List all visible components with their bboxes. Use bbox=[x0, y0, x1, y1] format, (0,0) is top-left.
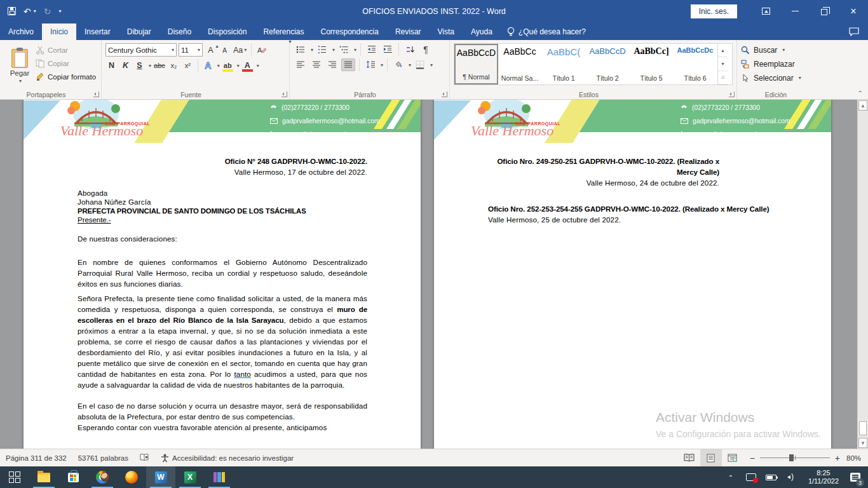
taskbar-firefox[interactable] bbox=[117, 466, 146, 488]
save-icon[interactable] bbox=[8, 7, 16, 15]
print-layout-button[interactable] bbox=[700, 449, 722, 466]
ribbon-display-options-button[interactable] bbox=[751, 0, 780, 22]
find-button[interactable]: Buscar▾ bbox=[741, 44, 811, 56]
sort-button[interactable] bbox=[403, 43, 417, 56]
decrease-indent-button[interactable] bbox=[365, 43, 379, 56]
bullets-button[interactable] bbox=[294, 43, 308, 56]
align-left-button[interactable] bbox=[294, 58, 308, 71]
customize-qat-icon[interactable]: ▾ bbox=[58, 8, 61, 14]
taskbar-chrome[interactable] bbox=[88, 466, 117, 488]
align-center-button[interactable] bbox=[309, 58, 323, 71]
text-effects-button[interactable]: A bbox=[202, 59, 214, 72]
align-right-button[interactable] bbox=[325, 58, 339, 71]
paste-button[interactable]: Pegar ▾ bbox=[4, 43, 36, 88]
tab-insertar[interactable]: Insertar bbox=[76, 24, 119, 40]
addressee-block[interactable]: Abogada Johana Núñez García PREFECTA PRO… bbox=[78, 189, 367, 224]
zoom-slider-thumb[interactable] bbox=[789, 454, 794, 461]
paragraph-dialog-launcher[interactable] bbox=[442, 92, 447, 97]
style-titulo-1[interactable]: AaBbC(Título 1 bbox=[542, 44, 586, 85]
proofing-status[interactable] bbox=[134, 449, 155, 466]
tray-display-capture-icon[interactable] bbox=[742, 466, 760, 488]
salutation[interactable]: De nuestras consideraciones: bbox=[78, 233, 367, 244]
styles-more-icon[interactable]: ⍗ bbox=[718, 71, 728, 85]
borders-button[interactable] bbox=[413, 58, 427, 71]
taskbar-file-explorer[interactable] bbox=[29, 466, 58, 488]
document-page-left[interactable]: Valle Hermoso GAD PARROQUIAL (02)2773220… bbox=[24, 100, 421, 449]
undo-dropdown-icon[interactable]: ▾ bbox=[34, 8, 36, 14]
bullets-dropdown-icon[interactable]: ▾ bbox=[311, 47, 313, 53]
tab-dibujar[interactable]: Dibujar bbox=[119, 24, 159, 40]
close-button[interactable]: × bbox=[839, 0, 868, 22]
font-color-button[interactable]: A bbox=[241, 59, 254, 72]
tab-correspondencia[interactable]: Correspondencia bbox=[312, 24, 386, 40]
web-layout-button[interactable] bbox=[722, 449, 743, 466]
tab-ayuda[interactable]: Ayuda bbox=[463, 24, 501, 40]
scroll-down-icon[interactable]: ▼ bbox=[858, 438, 867, 448]
format-painter-button[interactable]: Copiar formato bbox=[36, 71, 96, 83]
sign-in-button[interactable]: Inic. ses. bbox=[691, 4, 737, 18]
shading-button[interactable] bbox=[391, 58, 405, 71]
minimize-button[interactable] bbox=[780, 0, 810, 22]
zoom-slider[interactable] bbox=[760, 458, 830, 458]
paste-dropdown-icon[interactable]: ▾ bbox=[19, 78, 22, 84]
comments-button[interactable] bbox=[849, 24, 859, 40]
vertical-scrollbar[interactable]: ▲ ▼ bbox=[857, 100, 868, 449]
oficio-249-block[interactable]: Oficio Nro. 249-250-251 GADPRVH-O-WMC-10… bbox=[488, 156, 778, 188]
tab-archivo[interactable]: Archivo bbox=[0, 24, 42, 40]
line-spacing-dropdown-icon[interactable]: ▾ bbox=[381, 62, 383, 68]
italic-button[interactable]: K bbox=[119, 59, 132, 72]
shrink-font-button[interactable]: A▼ bbox=[219, 44, 231, 57]
taskbar-excel[interactable]: X bbox=[175, 466, 205, 488]
font-dialog-launcher[interactable] bbox=[281, 92, 287, 97]
word-count-indicator[interactable]: 53761 palabras bbox=[72, 449, 134, 466]
replace-button[interactable]: Reemplazar bbox=[741, 58, 811, 70]
numbering-button[interactable] bbox=[315, 43, 329, 56]
undo-icon[interactable]: ↶ bbox=[24, 7, 31, 16]
tab-vista[interactable]: Vista bbox=[430, 24, 463, 40]
select-button[interactable]: Seleccionar▾ bbox=[741, 72, 811, 84]
taskbar-winrar[interactable] bbox=[205, 466, 234, 488]
highlight-dropdown-icon[interactable]: ▾ bbox=[237, 63, 240, 69]
restore-button[interactable] bbox=[810, 0, 839, 22]
oficio-252-block[interactable]: Oficio Nro. 252-253-254-255 GADPRVH-O-WM… bbox=[488, 203, 778, 225]
font-name-combobox[interactable]: Century Gothic▾ bbox=[105, 43, 177, 57]
tab-disposicion[interactable]: Disposición bbox=[200, 24, 255, 40]
styles-scroll-up-icon[interactable]: ▲ bbox=[718, 44, 728, 57]
oficio-heading[interactable]: Oficio N° 248 GADPRVH-O-WMC-10-2022. Val… bbox=[78, 156, 367, 177]
paragraph-3[interactable]: En el caso de no darse solución y ocurra… bbox=[78, 400, 367, 422]
show-marks-button[interactable]: ¶ bbox=[419, 43, 433, 56]
multilevel-list-button[interactable] bbox=[337, 43, 351, 56]
line-spacing-button[interactable] bbox=[363, 58, 377, 71]
style-titulo-6[interactable]: AaBbCcDcTítulo 6 bbox=[674, 44, 717, 85]
document-area[interactable]: Valle Hermoso GAD PARROQUIAL (02)2773220… bbox=[0, 100, 868, 449]
tell-me-box[interactable]: ¿Qué desea hacer? bbox=[507, 24, 586, 40]
zoom-in-icon[interactable]: + bbox=[835, 453, 840, 463]
multilevel-dropdown-icon[interactable]: ▾ bbox=[354, 47, 356, 53]
text-effects-dropdown-icon[interactable]: ▾ bbox=[217, 63, 220, 69]
strikethrough-button[interactable]: abc bbox=[153, 59, 166, 72]
start-button[interactable] bbox=[0, 466, 29, 488]
style-normal-sangria[interactable]: AaBbCcNormal Sa... bbox=[498, 44, 542, 85]
grow-font-button[interactable]: A▲ bbox=[205, 44, 217, 57]
tray-battery-icon[interactable] bbox=[763, 466, 780, 488]
zoom-percentage[interactable]: 80% bbox=[846, 454, 868, 462]
style-normal[interactable]: AaBbCcD¶ Normal bbox=[454, 44, 498, 85]
justify-button[interactable] bbox=[341, 58, 355, 71]
accessibility-status[interactable]: Accesibilidad: es necesario investigar bbox=[155, 449, 299, 466]
taskbar-microsoft-store[interactable] bbox=[58, 466, 88, 488]
document-body-right[interactable]: Oficio Nro. 249-250-251 GADPRVH-O-WMC-10… bbox=[434, 156, 831, 225]
scrollbar-thumb[interactable] bbox=[859, 421, 867, 435]
scroll-up-icon[interactable]: ▲ bbox=[858, 100, 867, 111]
tray-volume-icon[interactable] bbox=[783, 466, 801, 488]
clipboard-dialog-launcher[interactable] bbox=[93, 92, 99, 97]
paragraph-2[interactable]: Señora Prefecta, la presente tiene como … bbox=[78, 293, 367, 390]
tab-referencias[interactable]: Referencias bbox=[255, 24, 312, 40]
styles-dialog-launcher[interactable] bbox=[729, 92, 735, 97]
tab-revisar[interactable]: Revisar bbox=[387, 24, 430, 40]
highlight-button[interactable]: ab bbox=[222, 59, 234, 72]
shading-dropdown-icon[interactable]: ▾ bbox=[409, 62, 411, 68]
font-size-combobox[interactable]: 11▾ bbox=[179, 43, 203, 57]
zoom-out-icon[interactable]: − bbox=[750, 453, 755, 463]
superscript-button[interactable]: x² bbox=[182, 59, 194, 72]
clear-formatting-button[interactable]: A bbox=[255, 44, 268, 57]
